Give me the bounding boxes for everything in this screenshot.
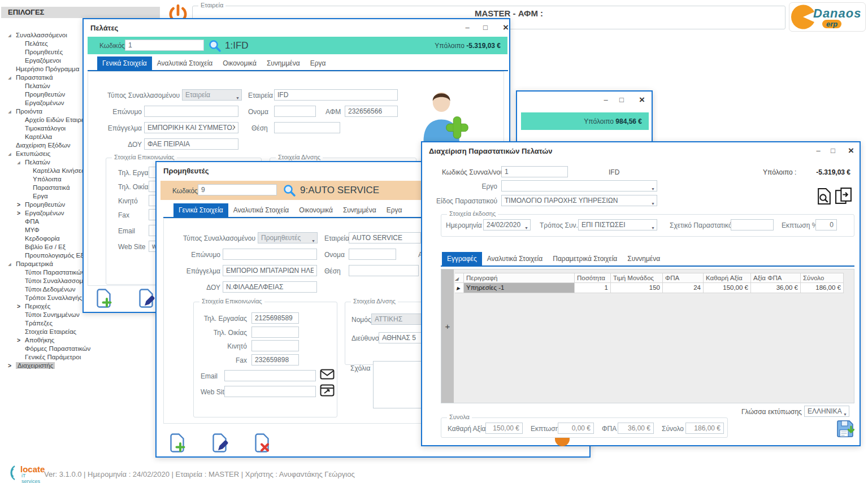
tree-expanded-icon[interactable]	[6, 107, 13, 116]
tab-genika-stoixeia[interactable]: Γενικά Στοιχεία	[97, 56, 152, 71]
window-title[interactable]: Πελάτες	[90, 24, 118, 32]
minimize-button[interactable]	[600, 95, 612, 105]
grid-corner-cell[interactable]	[455, 273, 464, 283]
company-input[interactable]	[274, 89, 398, 101]
tab-analytika-stoixeia[interactable]: Αναλυτικά Στοιχεία	[482, 252, 548, 266]
name-input[interactable]	[274, 106, 316, 117]
delete-record-icon[interactable]	[254, 433, 271, 453]
position-input[interactable]	[349, 265, 419, 276]
grid-row[interactable]: Υπηρεσίες -1115024150,00 €36,00 €186,00 …	[455, 283, 844, 293]
edit-record-icon[interactable]	[212, 433, 229, 453]
phone-home-input[interactable]	[251, 327, 299, 338]
transform-document-icon[interactable]	[835, 187, 852, 204]
maximize-button[interactable]	[827, 146, 839, 156]
tree-collapsed-icon[interactable]	[15, 336, 22, 345]
close-button[interactable]	[845, 146, 857, 156]
col-description[interactable]: Περιγραφή	[464, 273, 575, 283]
surname-input[interactable]	[144, 106, 238, 117]
phone-work-input[interactable]	[251, 312, 299, 324]
cell-total[interactable]: 186,00 €	[801, 283, 844, 293]
email-input[interactable]	[224, 370, 316, 381]
total-vat-input[interactable]	[618, 423, 654, 434]
col-quantity[interactable]: Ποσότητα	[575, 273, 611, 283]
search-icon[interactable]	[208, 39, 222, 53]
tree-collapsed-icon[interactable]	[15, 302, 22, 311]
name-input[interactable]	[349, 249, 396, 260]
afm-input[interactable]	[345, 106, 398, 117]
total-discount-input[interactable]	[558, 423, 594, 434]
sidebar-item-genikes-parametroi[interactable]: Γενικές Παράμετροι	[0, 353, 164, 362]
profession-input[interactable]	[144, 122, 238, 133]
code-input[interactable]	[198, 184, 277, 195]
window-title[interactable]: Προμηθευτές	[163, 167, 209, 175]
tab-parametrika-stoixeia[interactable]: Παραμετρικά Στοιχεία	[548, 252, 622, 266]
profession-input[interactable]	[223, 265, 317, 276]
tab-synimmena[interactable]: Συννημένα	[622, 252, 665, 266]
company-input[interactable]	[349, 232, 421, 243]
tree-expanded-icon[interactable]	[15, 158, 22, 167]
edit-record-icon[interactable]	[138, 288, 155, 308]
position-input[interactable]	[274, 122, 340, 133]
payment-select[interactable]: ΕΠΙ ΠΙΣΤΩΣΕΙ	[578, 219, 657, 230]
tab-genika-stoixeia[interactable]: Γενικά Στοιχεία	[173, 203, 228, 217]
email-icon[interactable]	[320, 369, 335, 380]
tab-synimmena[interactable]: Συνημμένα	[262, 56, 305, 71]
print-language-select[interactable]: ΕΛΛΗΝΙΚΑ	[804, 406, 849, 417]
mobile-input[interactable]	[251, 340, 299, 351]
minimize-button[interactable]	[461, 23, 474, 33]
doc-type-select[interactable]: ΤΙΜΟΛΟΓΙΟ ΠΑΡΟΧΗΣ ΥΠΗΡΕΣΙΩΝ	[501, 195, 657, 206]
tree-collapsed-icon[interactable]	[15, 201, 22, 209]
tab-oikonomika[interactable]: Οικονομικά	[218, 56, 262, 71]
save-icon[interactable]	[836, 419, 854, 438]
cell-vat-amount[interactable]: 36,00 €	[751, 283, 801, 293]
tree-expanded-icon[interactable]	[6, 150, 13, 159]
project-select[interactable]	[501, 180, 657, 192]
tab-analytika-stoixeia[interactable]: Αναλυτικά Στοιχεία	[152, 56, 218, 71]
tab-oikonomika[interactable]: Οικονομικά	[294, 203, 338, 217]
cell-vat[interactable]: 24	[663, 283, 704, 293]
preview-document-icon[interactable]	[817, 188, 832, 205]
total-net-input[interactable]	[485, 423, 523, 434]
search-icon[interactable]	[283, 184, 296, 197]
maximize-button[interactable]	[615, 95, 628, 105]
close-button[interactable]	[500, 23, 512, 33]
maximize-button[interactable]	[479, 23, 492, 33]
minimize-button[interactable]	[812, 146, 824, 156]
type-select[interactable]: Εταιρεία	[182, 89, 242, 101]
tree-expanded-icon[interactable]	[6, 73, 13, 82]
website-input[interactable]	[224, 386, 316, 397]
sidebar-item-diaxeiristis[interactable]: Διαχειριστής	[0, 362, 164, 370]
col-total[interactable]: Σύνολο	[801, 273, 844, 283]
cell-description[interactable]: Υπηρεσίες -1	[464, 283, 575, 293]
website-icon[interactable]	[320, 384, 335, 397]
fax-input[interactable]	[251, 354, 299, 365]
sidebar-item-formes-parastatikon[interactable]: Φόρμες Παραστατικών	[0, 345, 164, 353]
tree-collapsed-icon[interactable]	[6, 362, 13, 370]
options-panel-header[interactable]: ΕΠΙΛΟΓΕΣ	[1, 7, 160, 18]
close-button[interactable]	[636, 95, 648, 105]
tab-synimmena[interactable]: Συνημμένα	[338, 203, 381, 217]
discount-pct-input[interactable]	[815, 219, 837, 230]
sidebar-item-trapezes[interactable]: Τράπεζες	[0, 319, 164, 328]
col-vat-amount[interactable]: Αξία ΦΠΑ	[751, 273, 801, 283]
tab-eggrafes[interactable]: Εγγραφές	[442, 252, 482, 266]
date-select[interactable]: 24/02/2020	[483, 219, 531, 230]
partner-code-input[interactable]	[501, 166, 568, 177]
related-doc-input[interactable]	[731, 219, 774, 230]
grid-add-row-button[interactable]	[443, 321, 452, 331]
add-record-icon[interactable]	[96, 288, 113, 308]
doy-input[interactable]	[144, 138, 238, 150]
tab-erga[interactable]: Εργα	[305, 56, 331, 71]
cell-net[interactable]: 150,00 €	[704, 283, 751, 293]
cell-unit-price[interactable]: 150	[611, 283, 663, 293]
tree-expanded-icon[interactable]	[6, 260, 13, 269]
col-unit-price[interactable]: Τιμή Μονάδος	[611, 273, 663, 283]
add-record-icon[interactable]	[170, 433, 186, 453]
col-vat[interactable]: ΦΠΑ	[663, 273, 704, 283]
window-title[interactable]: Διαχείριση Παραστατικών Πελατών	[429, 147, 552, 155]
cell-quantity[interactable]: 1	[575, 283, 611, 293]
row-selector-cell[interactable]	[455, 283, 464, 293]
type-select[interactable]: Προμηθευτές	[258, 232, 318, 243]
tab-erga[interactable]: Εργα	[381, 203, 407, 217]
col-net[interactable]: Καθαρή Αξία	[704, 273, 751, 283]
